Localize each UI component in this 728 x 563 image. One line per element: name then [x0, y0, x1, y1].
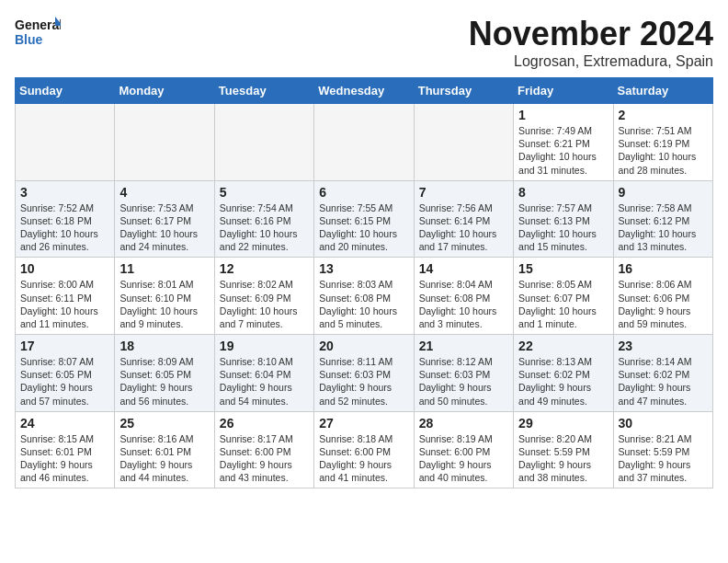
day-info: Sunrise: 8:17 AM Sunset: 6:00 PM Dayligh…: [220, 432, 309, 485]
calendar-day-cell: 14Sunrise: 8:04 AM Sunset: 6:08 PM Dayli…: [414, 258, 513, 335]
calendar-week-row: 24Sunrise: 8:15 AM Sunset: 6:01 PM Dayli…: [16, 411, 713, 488]
calendar-day-cell: 19Sunrise: 8:10 AM Sunset: 6:04 PM Dayli…: [214, 335, 313, 412]
day-number: 24: [20, 416, 109, 431]
day-info: Sunrise: 8:05 AM Sunset: 6:07 PM Dayligh…: [518, 278, 608, 330]
day-number: 25: [119, 416, 209, 431]
calendar-day-cell: 9Sunrise: 7:58 AM Sunset: 6:12 PM Daylig…: [613, 180, 712, 258]
day-info: Sunrise: 8:12 AM Sunset: 6:03 PM Dayligh…: [419, 355, 508, 408]
day-info: Sunrise: 8:00 AM Sunset: 6:11 PM Dayligh…: [20, 278, 109, 330]
logo-svg: General Blue: [15, 15, 61, 50]
weekday-header: Friday: [514, 78, 613, 104]
calendar-day-cell: 15Sunrise: 8:05 AM Sunset: 6:07 PM Dayli…: [514, 258, 613, 335]
day-number: 15: [518, 261, 608, 276]
day-info: Sunrise: 8:06 AM Sunset: 6:06 PM Dayligh…: [619, 278, 708, 330]
day-info: Sunrise: 8:07 AM Sunset: 6:05 PM Dayligh…: [20, 355, 109, 408]
calendar-day-cell: 1Sunrise: 7:49 AM Sunset: 6:21 PM Daylig…: [514, 104, 613, 181]
day-number: 3: [20, 185, 109, 200]
calendar-day-cell: 30Sunrise: 8:21 AM Sunset: 5:59 PM Dayli…: [613, 411, 712, 488]
page-header: General Blue November 2024 Logrosan, Ext…: [15, 15, 713, 70]
calendar-week-row: 3Sunrise: 7:52 AM Sunset: 6:18 PM Daylig…: [16, 180, 713, 258]
svg-text:Blue: Blue: [15, 32, 43, 47]
day-number: 20: [319, 339, 408, 353]
day-info: Sunrise: 7:55 AM Sunset: 6:15 PM Dayligh…: [319, 201, 408, 254]
day-number: 22: [518, 339, 608, 353]
day-number: 10: [20, 261, 109, 276]
calendar-day-cell: 27Sunrise: 8:18 AM Sunset: 6:00 PM Dayli…: [314, 411, 414, 488]
day-number: 2: [619, 108, 708, 122]
day-info: Sunrise: 8:15 AM Sunset: 6:01 PM Dayligh…: [20, 432, 109, 485]
day-number: 16: [619, 261, 708, 276]
day-info: Sunrise: 8:01 AM Sunset: 6:10 PM Dayligh…: [119, 278, 209, 330]
day-info: Sunrise: 8:10 AM Sunset: 6:04 PM Dayligh…: [220, 355, 309, 408]
calendar-day-cell: 8Sunrise: 7:57 AM Sunset: 6:13 PM Daylig…: [514, 180, 613, 258]
day-number: 1: [518, 108, 608, 122]
calendar-week-row: 10Sunrise: 8:00 AM Sunset: 6:11 PM Dayli…: [16, 258, 713, 335]
day-info: Sunrise: 8:03 AM Sunset: 6:08 PM Dayligh…: [319, 278, 408, 330]
calendar-day-cell: [214, 104, 313, 181]
calendar-day-cell: [314, 104, 414, 181]
logo: General Blue: [15, 15, 61, 50]
calendar-day-cell: 24Sunrise: 8:15 AM Sunset: 6:01 PM Dayli…: [16, 411, 115, 488]
location-title: Logrosan, Extremadura, Spain: [469, 53, 713, 70]
day-info: Sunrise: 8:13 AM Sunset: 6:02 PM Dayligh…: [518, 355, 608, 408]
calendar-day-cell: 7Sunrise: 7:56 AM Sunset: 6:14 PM Daylig…: [414, 180, 513, 258]
day-number: 26: [220, 416, 309, 431]
calendar-day-cell: 23Sunrise: 8:14 AM Sunset: 6:02 PM Dayli…: [613, 335, 712, 412]
day-info: Sunrise: 8:11 AM Sunset: 6:03 PM Dayligh…: [319, 355, 408, 408]
weekday-header: Wednesday: [314, 78, 414, 104]
day-number: 18: [119, 339, 209, 353]
day-info: Sunrise: 8:02 AM Sunset: 6:09 PM Dayligh…: [220, 278, 309, 330]
calendar-day-cell: 17Sunrise: 8:07 AM Sunset: 6:05 PM Dayli…: [16, 335, 115, 412]
calendar-day-cell: 4Sunrise: 7:53 AM Sunset: 6:17 PM Daylig…: [115, 180, 214, 258]
calendar-week-row: 17Sunrise: 8:07 AM Sunset: 6:05 PM Dayli…: [16, 335, 713, 412]
calendar-day-cell: 13Sunrise: 8:03 AM Sunset: 6:08 PM Dayli…: [314, 258, 414, 335]
calendar-day-cell: 21Sunrise: 8:12 AM Sunset: 6:03 PM Dayli…: [414, 335, 513, 412]
calendar-day-cell: 29Sunrise: 8:20 AM Sunset: 5:59 PM Dayli…: [514, 411, 613, 488]
day-info: Sunrise: 7:51 AM Sunset: 6:19 PM Dayligh…: [619, 124, 708, 177]
day-info: Sunrise: 7:56 AM Sunset: 6:14 PM Dayligh…: [419, 201, 508, 254]
calendar-day-cell: [414, 104, 513, 181]
day-info: Sunrise: 7:54 AM Sunset: 6:16 PM Dayligh…: [220, 201, 309, 254]
calendar-day-cell: 25Sunrise: 8:16 AM Sunset: 6:01 PM Dayli…: [115, 411, 214, 488]
day-info: Sunrise: 8:16 AM Sunset: 6:01 PM Dayligh…: [119, 432, 209, 485]
calendar-day-cell: 5Sunrise: 7:54 AM Sunset: 6:16 PM Daylig…: [214, 180, 313, 258]
title-area: November 2024 Logrosan, Extremadura, Spa…: [469, 15, 713, 70]
day-info: Sunrise: 7:53 AM Sunset: 6:17 PM Dayligh…: [119, 201, 209, 254]
day-number: 5: [220, 185, 309, 200]
calendar-day-cell: 16Sunrise: 8:06 AM Sunset: 6:06 PM Dayli…: [613, 258, 712, 335]
day-number: 7: [419, 185, 508, 200]
day-info: Sunrise: 8:21 AM Sunset: 5:59 PM Dayligh…: [619, 432, 708, 485]
day-info: Sunrise: 8:09 AM Sunset: 6:05 PM Dayligh…: [119, 355, 209, 408]
day-info: Sunrise: 7:52 AM Sunset: 6:18 PM Dayligh…: [20, 201, 109, 254]
day-info: Sunrise: 8:14 AM Sunset: 6:02 PM Dayligh…: [619, 355, 708, 408]
day-info: Sunrise: 8:04 AM Sunset: 6:08 PM Dayligh…: [419, 278, 508, 330]
day-info: Sunrise: 8:19 AM Sunset: 6:00 PM Dayligh…: [419, 432, 508, 485]
calendar-header-row: SundayMondayTuesdayWednesdayThursdayFrid…: [16, 78, 713, 104]
calendar-day-cell: 22Sunrise: 8:13 AM Sunset: 6:02 PM Dayli…: [514, 335, 613, 412]
calendar-day-cell: 6Sunrise: 7:55 AM Sunset: 6:15 PM Daylig…: [314, 180, 414, 258]
day-number: 11: [119, 261, 209, 276]
day-number: 17: [20, 339, 109, 353]
day-number: 4: [119, 185, 209, 200]
weekday-header: Monday: [115, 78, 214, 104]
day-info: Sunrise: 8:20 AM Sunset: 5:59 PM Dayligh…: [518, 432, 608, 485]
day-info: Sunrise: 8:18 AM Sunset: 6:00 PM Dayligh…: [319, 432, 408, 485]
calendar-day-cell: 26Sunrise: 8:17 AM Sunset: 6:00 PM Dayli…: [214, 411, 313, 488]
calendar-day-cell: 20Sunrise: 8:11 AM Sunset: 6:03 PM Dayli…: [314, 335, 414, 412]
weekday-header: Sunday: [16, 78, 115, 104]
calendar-day-cell: 12Sunrise: 8:02 AM Sunset: 6:09 PM Dayli…: [214, 258, 313, 335]
day-number: 12: [220, 261, 309, 276]
svg-text:General: General: [15, 17, 61, 32]
day-number: 23: [619, 339, 708, 353]
day-info: Sunrise: 7:57 AM Sunset: 6:13 PM Dayligh…: [518, 201, 608, 254]
day-number: 19: [220, 339, 309, 353]
day-number: 29: [518, 416, 608, 431]
weekday-header: Saturday: [613, 78, 712, 104]
day-number: 27: [319, 416, 408, 431]
month-title: November 2024: [469, 15, 713, 53]
day-number: 8: [518, 185, 608, 200]
day-number: 14: [419, 261, 508, 276]
day-number: 13: [319, 261, 408, 276]
calendar-week-row: 1Sunrise: 7:49 AM Sunset: 6:21 PM Daylig…: [16, 104, 713, 181]
calendar-day-cell: [16, 104, 115, 181]
